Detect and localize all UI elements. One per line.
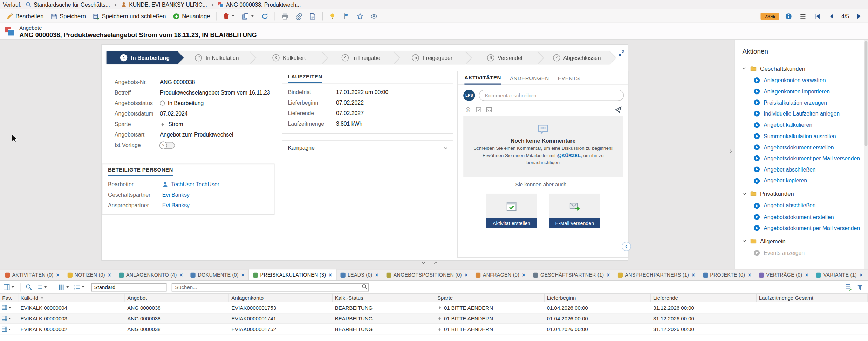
related-tab[interactable]: ANSPRECHPARTNERS (1) × bbox=[614, 269, 699, 280]
process-step-2[interactable]: 2 In Kalkulation bbox=[178, 51, 256, 64]
run-search-button[interactable] bbox=[362, 284, 368, 290]
close-tab-icon[interactable]: × bbox=[108, 272, 111, 278]
related-tab[interactable]: VARIANTE (1) × bbox=[812, 269, 867, 280]
activity-tab-3[interactable]: EVENTS bbox=[558, 75, 580, 84]
vertical-scrollbar[interactable] bbox=[864, 40, 868, 269]
kampagne-panel[interactable]: Kampagne bbox=[282, 140, 453, 155]
related-tab[interactable]: LEADS (0) × bbox=[336, 269, 382, 280]
close-tab-icon[interactable]: × bbox=[56, 272, 60, 278]
close-tab-icon[interactable]: × bbox=[329, 272, 332, 278]
save-and-close-button[interactable]: Speichern und schließen bbox=[90, 11, 169, 21]
action-item[interactable]: Angebot abschließen bbox=[742, 164, 864, 175]
column-header[interactable]: Kalk.-Id bbox=[18, 294, 125, 302]
process-step-3[interactable]: 3 Kalkuliert bbox=[250, 51, 328, 64]
activity-tab-2[interactable]: ÄNDERUNGEN bbox=[510, 75, 549, 84]
process-step-1[interactable]: 1 In Bearbeitung bbox=[106, 51, 184, 64]
close-tab-icon[interactable]: × bbox=[241, 272, 245, 278]
action-item[interactable]: Angebotsdokument erstellen bbox=[742, 211, 864, 223]
action-item[interactable]: Angebot abschließen bbox=[742, 200, 864, 211]
save-button[interactable]: Speichern bbox=[48, 11, 89, 21]
action-item[interactable]: Anlagenkonten importieren bbox=[742, 86, 864, 97]
favorite-button[interactable] bbox=[354, 11, 367, 21]
history-item[interactable]: ANG 0000038, Produktwech... bbox=[218, 2, 301, 8]
refresh-button[interactable] bbox=[259, 11, 271, 21]
action-group-2[interactable]: Privatkunden bbox=[742, 187, 864, 200]
edit-button[interactable]: Bearbeiten bbox=[3, 11, 46, 21]
filter-button[interactable] bbox=[856, 284, 864, 291]
close-tab-icon[interactable]: × bbox=[805, 272, 808, 278]
insert-image-button[interactable] bbox=[486, 106, 492, 113]
related-tab[interactable]: DOKUMENTE (0) × bbox=[187, 269, 248, 280]
column-header[interactable]: Kalk.-Status bbox=[333, 294, 435, 302]
column-header[interactable]: Laufzeitmenge Gesamt bbox=[757, 294, 868, 302]
view-grid-button[interactable] bbox=[2, 283, 16, 291]
panel-splitter-button[interactable] bbox=[727, 145, 734, 157]
action-item[interactable]: Angebot kopieren bbox=[742, 175, 864, 186]
menu-button[interactable] bbox=[798, 12, 808, 20]
watch-button[interactable] bbox=[368, 11, 381, 21]
first-record-button[interactable] bbox=[813, 12, 822, 20]
table-search-button[interactable] bbox=[25, 283, 33, 291]
close-tab-icon[interactable]: × bbox=[692, 272, 695, 278]
close-tab-icon[interactable]: × bbox=[860, 272, 863, 278]
process-step-6[interactable]: 6 Versendet bbox=[466, 51, 544, 64]
delete-button[interactable] bbox=[220, 11, 238, 21]
sort-button[interactable] bbox=[73, 283, 86, 291]
history-item[interactable]: KUNDE, EVI BANKSY ULRIC... bbox=[121, 2, 207, 8]
column-header[interactable]: Lieferende bbox=[651, 294, 757, 302]
related-tab[interactable]: ANLAGENKONTO (4) × bbox=[115, 269, 187, 280]
view-selector-input[interactable] bbox=[91, 283, 167, 291]
link-value[interactable]: TechUser TechUser bbox=[171, 181, 219, 187]
table-search-input[interactable] bbox=[172, 283, 369, 291]
column-header[interactable]: Angebot bbox=[125, 294, 229, 302]
action-item[interactable]: Preiskalkulation erzeugen bbox=[742, 97, 864, 108]
action-group-1[interactable]: Geschäftskunden bbox=[742, 62, 864, 75]
collapse-activity-button[interactable] bbox=[622, 242, 631, 251]
collapse-down-button[interactable] bbox=[421, 259, 426, 266]
send-email-button[interactable]: E-Mail versenden bbox=[549, 218, 600, 228]
related-tab[interactable]: GESCHÄFTSPARTNER (1) × bbox=[529, 269, 614, 280]
activity-tab-1[interactable]: AKTIVITÄTEN bbox=[464, 75, 501, 84]
action-item[interactable]: Angebotsdokument per Mail versenden bbox=[742, 153, 864, 164]
column-header[interactable]: Fav. bbox=[0, 294, 18, 302]
copy-button[interactable] bbox=[239, 11, 258, 21]
create-activity-card[interactable]: Aktivität erstellen bbox=[486, 194, 537, 228]
new-record-button[interactable]: Neuanlage bbox=[170, 11, 213, 21]
send-email-card[interactable]: E-Mail versenden bbox=[549, 194, 600, 228]
related-tab[interactable]: ANGEBOTSPOSITIONEN (0) × bbox=[382, 269, 472, 280]
bookmark-button[interactable] bbox=[340, 11, 353, 21]
mention-button[interactable] bbox=[465, 106, 471, 113]
process-step-4[interactable]: 4 In Freigabe bbox=[322, 51, 399, 64]
row-menu[interactable] bbox=[0, 302, 18, 313]
table-row[interactable]: EVIKALK 00000004ANG 0000038EVIAK00000017… bbox=[0, 302, 868, 313]
mention-link[interactable]: @KÜRZEL bbox=[557, 153, 581, 158]
row-menu[interactable] bbox=[0, 324, 18, 334]
table-row[interactable]: EVIKALK 00000003ANG 0000038EVIAK00000017… bbox=[0, 313, 868, 324]
highlight-button[interactable] bbox=[326, 11, 339, 21]
comment-input[interactable] bbox=[479, 90, 624, 101]
info-button[interactable] bbox=[784, 12, 793, 20]
create-activity-button[interactable]: Aktivität erstellen bbox=[486, 218, 537, 228]
history-item[interactable]: Standardsuche für Geschäfts... bbox=[26, 2, 110, 8]
action-item[interactable]: Angebotsdokument erstellen bbox=[742, 142, 864, 153]
view-list-button[interactable] bbox=[35, 283, 49, 291]
expand-button[interactable] bbox=[618, 50, 625, 57]
action-item[interactable]: Events anzeigen bbox=[742, 248, 864, 259]
scrollbar-thumb[interactable] bbox=[864, 41, 867, 146]
print-button[interactable] bbox=[279, 11, 291, 21]
send-comment-button[interactable] bbox=[614, 106, 622, 113]
related-tab[interactable]: NOTIZEN (0) × bbox=[63, 269, 115, 280]
document-button[interactable] bbox=[306, 11, 319, 21]
close-tab-icon[interactable]: × bbox=[465, 272, 468, 278]
related-tab[interactable]: ANFRAGEN (0) × bbox=[472, 269, 529, 280]
related-tab[interactable]: AKTIVITÄTEN (0) × bbox=[1, 269, 63, 280]
close-tab-icon[interactable]: × bbox=[522, 272, 526, 278]
attachment-button[interactable] bbox=[293, 11, 305, 21]
process-step-7[interactable]: 7 Abgeschlossen bbox=[538, 51, 615, 64]
close-tab-icon[interactable]: × bbox=[179, 272, 183, 278]
column-header[interactable]: Lieferbeginn bbox=[545, 294, 651, 302]
chevron-down-icon[interactable] bbox=[443, 145, 449, 151]
action-item[interactable]: Anlagenkonten verwalten bbox=[742, 75, 864, 86]
action-item[interactable]: Angebotsdokument per Mail versenden bbox=[742, 222, 864, 234]
related-tab[interactable]: WEITERE BEREICHE bbox=[867, 269, 868, 280]
